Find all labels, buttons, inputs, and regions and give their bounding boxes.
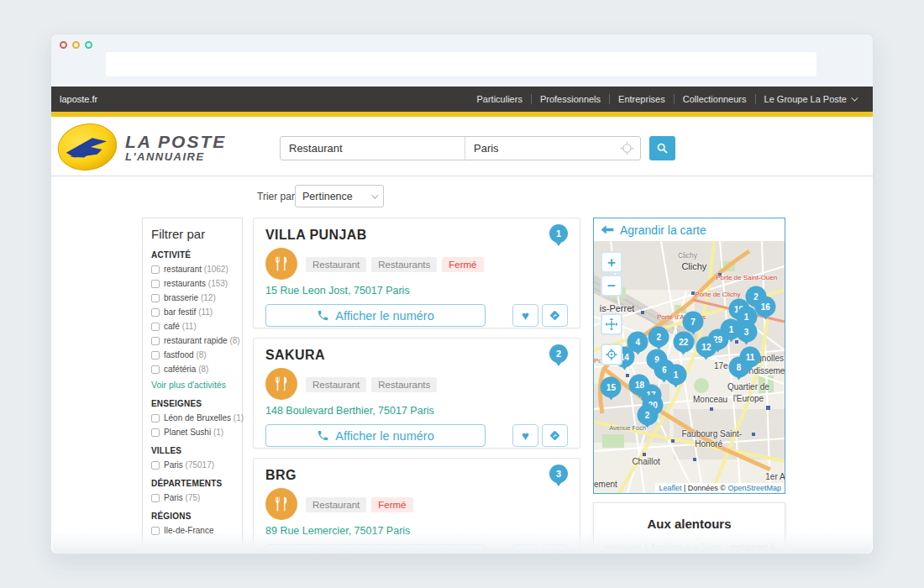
show-more-activities-link[interactable]: Voir plus d'activités (151, 380, 234, 390)
filter-checkbox[interactable] (151, 351, 160, 360)
map-marker[interactable]: 7 (683, 312, 704, 333)
search-button[interactable] (649, 136, 675, 160)
filter-group-title: RÉGIONS (151, 512, 234, 521)
browser-url-input[interactable] (105, 51, 817, 77)
filter-checkbox[interactable] (151, 308, 160, 317)
sort-dropdown[interactable]: Pertinence (295, 185, 384, 207)
result-address[interactable]: 15 Rue Leon Jost, 75017 Paris (265, 285, 568, 297)
zoom-out-button[interactable]: − (601, 275, 622, 297)
directions-button[interactable] (542, 304, 568, 327)
filter-checkbox[interactable] (151, 323, 160, 331)
osm-link[interactable]: OpenStreetMap (727, 484, 781, 492)
geolocate-icon[interactable] (620, 141, 634, 155)
filter-option[interactable]: Paris (75) (151, 493, 234, 502)
nearby-link-0[interactable]: restaurant à Asnières-sur-Seine (604, 543, 722, 552)
topbar-link-0[interactable]: Particuliers (469, 94, 531, 104)
map-marker[interactable]: 15 (601, 377, 622, 398)
topbar-link-2[interactable]: Entreprises (610, 94, 674, 104)
filter-option[interactable]: restaurant rapide (8) (151, 336, 234, 345)
laposte-logo[interactable] (55, 120, 120, 174)
filter-option[interactable]: café (11) (151, 322, 234, 331)
filter-label: café (11) (164, 322, 197, 331)
map-marker[interactable]: 16 (755, 297, 776, 318)
locate-button[interactable] (601, 344, 622, 365)
filter-option[interactable]: Planet Sushi (1) (151, 428, 234, 437)
filter-checkbox[interactable] (151, 280, 160, 288)
map-marker[interactable]: 12 (696, 337, 717, 358)
topbar-group-menu[interactable]: Le Groupe La Poste (756, 94, 864, 104)
map-marker[interactable]: 3 (736, 322, 757, 343)
filter-checkbox[interactable] (151, 527, 160, 535)
close-window-icon[interactable] (60, 41, 67, 49)
result-address[interactable]: 89 Rue Lemercier, 75017 Paris (265, 525, 568, 537)
filter-option[interactable]: restaurants (153) (151, 279, 234, 288)
topbar-link-1[interactable]: Professionnels (532, 94, 609, 104)
result-tags: RestaurantRestaurantsFermé (306, 256, 489, 272)
filter-count: (11) (182, 322, 197, 331)
brand-line2: L'ANNUAIRE (125, 151, 226, 163)
filter-option[interactable]: brasserie (12) (151, 293, 234, 302)
map-marker[interactable]: 1 (665, 365, 686, 386)
filter-option[interactable]: restaurant (1062) (151, 265, 234, 274)
map-marker[interactable]: 2 (648, 327, 669, 348)
map-marker[interactable]: 22 (673, 332, 694, 353)
topbar-link-3[interactable]: Collectionneurs (675, 94, 755, 104)
filter-label-text: restaurant rapide (164, 336, 228, 345)
directions-button[interactable] (542, 424, 568, 447)
laposte-topbar: laposte.fr ParticuliersProfessionnelsEnt… (51, 87, 873, 112)
filter-option[interactable]: Léon de Bruxelles (1) (151, 413, 234, 423)
browser-chrome (51, 34, 873, 87)
show-number-button[interactable]: Afficher le numéro (265, 424, 486, 447)
filter-count: (1) (234, 413, 244, 423)
sort-label: Trier par (257, 191, 295, 202)
filter-label-text: bar festif (164, 307, 196, 317)
window-controls (60, 41, 92, 49)
filter-label: Paris (75) (164, 493, 200, 502)
result-rank-pin[interactable]: 3 (549, 465, 568, 483)
enlarge-map-button[interactable]: Agrandir la carte (594, 218, 785, 241)
favorite-button[interactable]: ♥ (512, 424, 538, 447)
filter-checkbox[interactable] (151, 294, 160, 302)
show-number-button[interactable]: Afficher le numéro (265, 304, 486, 327)
nearby-link-1[interactable]: restaurant à (730, 543, 774, 552)
pan-button[interactable] (601, 313, 622, 335)
filter-checkbox[interactable] (151, 414, 160, 423)
filter-option[interactable]: Ile-de-France (151, 526, 234, 535)
map-label: Avenue Foch (609, 424, 646, 432)
filter-option[interactable]: bar festif (11) (151, 307, 234, 317)
topbar-group-label: Le Groupe La Poste (764, 94, 847, 104)
map-marker[interactable]: 2 (637, 405, 658, 426)
result-name: VILLA PUNJAB (265, 228, 568, 243)
filter-checkbox[interactable] (151, 428, 160, 437)
filter-checkbox[interactable] (151, 365, 160, 374)
filter-option[interactable]: cafétéria (8) (151, 365, 234, 374)
result-address[interactable]: 148 Boulevard Berthier, 75017 Paris (265, 405, 568, 417)
map-canvas[interactable]: ClichyClichyPorte de Saint-OuenPorte de … (594, 241, 785, 493)
result-tags: RestaurantFermé (306, 496, 418, 512)
filter-option[interactable]: Paris (75017) (151, 460, 234, 470)
favorite-button[interactable]: ♥ (512, 544, 538, 554)
zoom-in-button[interactable]: + (601, 251, 622, 273)
show-number-label: Afficher le numéro (335, 429, 433, 443)
search-icon (656, 142, 669, 155)
search-what-input[interactable] (281, 137, 465, 160)
map-marker[interactable]: 8 (728, 357, 749, 378)
leaflet-link[interactable]: Leaflet (659, 484, 681, 492)
minimize-window-icon[interactable] (72, 41, 80, 49)
filter-checkbox[interactable] (151, 265, 160, 274)
filter-checkbox[interactable] (151, 337, 160, 345)
filter-checkbox[interactable] (151, 461, 160, 470)
result-rank-pin[interactable]: 1 (549, 224, 568, 243)
brand-line1: LA POSTE (125, 133, 226, 151)
maximize-window-icon[interactable] (85, 41, 92, 49)
directions-button[interactable] (542, 544, 568, 554)
search-where-input[interactable] (465, 137, 620, 160)
result-rank-pin[interactable]: 2 (549, 344, 568, 363)
favorite-button[interactable]: ♥ (512, 304, 538, 327)
filter-option[interactable]: fastfood (8) (151, 350, 234, 360)
heart-icon: ♥ (522, 428, 529, 443)
filter-group-title: VILLES (151, 446, 234, 455)
filter-label-text: restaurant (164, 265, 202, 274)
show-number-button[interactable]: Afficher le numéro (265, 544, 486, 554)
filter-checkbox[interactable] (151, 494, 160, 502)
